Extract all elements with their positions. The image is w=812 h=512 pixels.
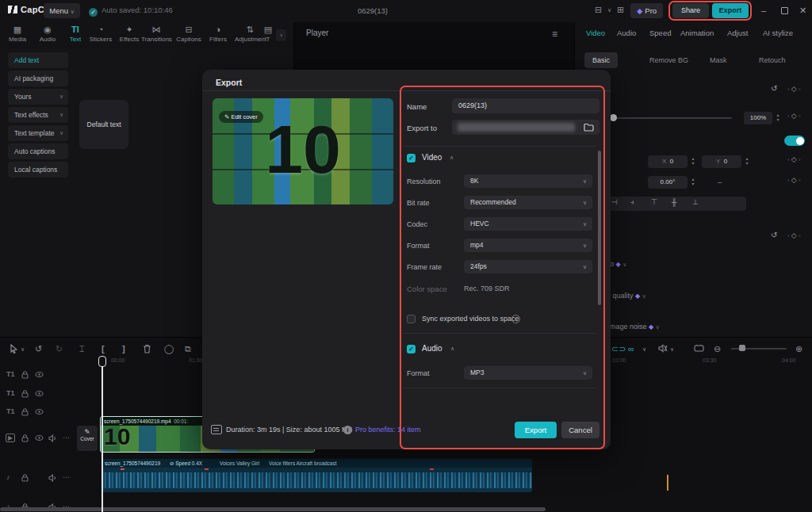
- pro-badge[interactable]: ◆Pro: [630, 3, 663, 18]
- position-y-box[interactable]: Y 0: [702, 155, 741, 168]
- pro-option-fragment[interactable]: image noise ◆ ∨: [608, 323, 660, 331]
- zoom-out-icon[interactable]: ⊖: [714, 344, 721, 354]
- magnet-icon[interactable]: ⊂⊃: [611, 344, 626, 354]
- tab-filters[interactable]: ◑Filters: [203, 25, 233, 43]
- delete-icon[interactable]: [143, 344, 151, 353]
- playhead-line[interactable]: [102, 357, 103, 512]
- dialog-scrollbar[interactable]: [598, 151, 601, 305]
- speaker-icon[interactable]: [48, 434, 57, 442]
- horizontal-scrollbar[interactable]: [0, 507, 546, 511]
- default-text-card[interactable]: Default text: [79, 100, 128, 149]
- reset-icon[interactable]: ↺: [771, 84, 777, 93]
- edit-cover-button[interactable]: ✎ Edit cover: [219, 111, 263, 123]
- layout-icon[interactable]: ⊟: [595, 5, 602, 15]
- name-input[interactable]: 0629(13): [452, 98, 599, 113]
- y-stepper[interactable]: ▴▾: [743, 156, 751, 166]
- export-button-top[interactable]: Export: [712, 3, 749, 18]
- mute-speaker-icon[interactable]: [658, 344, 668, 353]
- panel-layout-icon[interactable]: ⊞: [617, 5, 624, 15]
- sidebar-item-yours[interactable]: Yours∨: [8, 89, 68, 105]
- cover-button[interactable]: ✎ Cover: [77, 426, 98, 451]
- chevron-down-icon[interactable]: ∨: [607, 7, 611, 13]
- timeline-zoom-handle[interactable]: [739, 345, 745, 351]
- tab-ai-stylize[interactable]: AI stylize: [763, 29, 793, 37]
- tab-adjust[interactable]: Adjust: [727, 29, 748, 37]
- share-button[interactable]: Share: [672, 3, 709, 18]
- tab-adjustment[interactable]: ⇅Adjustment: [235, 25, 265, 43]
- eye-icon[interactable]: [35, 390, 44, 397]
- subtab-retouch[interactable]: Retouch: [751, 52, 794, 68]
- sidebar-item-add-text[interactable]: Add text: [8, 52, 68, 68]
- menu-button[interactable]: Menu ∨: [44, 3, 80, 18]
- tab-stickers[interactable]: ◔Stickers: [86, 25, 116, 43]
- sidebar-item-text-effects[interactable]: Text effects∨: [8, 107, 68, 123]
- feature-toggle[interactable]: [784, 136, 805, 146]
- eye-icon[interactable]: [35, 408, 44, 415]
- format-select[interactable]: mp4∨: [464, 239, 592, 252]
- crop-icon[interactable]: ⧉: [185, 344, 191, 354]
- tab-speed[interactable]: Speed: [649, 29, 671, 37]
- pro-option-fragment[interactable]: o ◆ ∨: [610, 260, 626, 268]
- scale-value-box[interactable]: 100%: [744, 112, 772, 124]
- trim-right-icon[interactable]: ]: [122, 344, 125, 353]
- subtab-basic[interactable]: Basic: [584, 52, 618, 68]
- pro-option-fragment[interactable]: e quality ◆ ∨: [607, 292, 646, 300]
- keyframe-diamond-icon[interactable]: ‹ ◇ ›: [787, 85, 801, 93]
- select-cursor-icon[interactable]: [10, 344, 18, 353]
- tab-audio[interactable]: ◉Audio: [33, 25, 63, 43]
- split-icon[interactable]: ⌶: [79, 344, 85, 354]
- lock-icon[interactable]: [21, 390, 29, 398]
- timeline-audio-clip[interactable]: screen_1750574490219 ⊘ Speed 0.4X Voices…: [102, 459, 532, 492]
- mask-icon[interactable]: ◯: [164, 344, 174, 354]
- tab-media[interactable]: ▦Media: [2, 25, 33, 43]
- tab-partial[interactable]: ▤T: [262, 25, 274, 43]
- tab-transitions[interactable]: ⋈Transitions: [141, 25, 171, 43]
- lock-icon[interactable]: [21, 474, 29, 482]
- align-center-v-icon[interactable]: ╫: [672, 198, 676, 206]
- scale-slider-handle[interactable]: [610, 114, 617, 121]
- codec-select[interactable]: HEVC∨: [464, 217, 592, 231]
- tab-animation[interactable]: Animation: [680, 29, 714, 37]
- pro-benefits-link[interactable]: Pro benefits: 14 item: [355, 426, 421, 434]
- sidebar-item-auto-captions[interactable]: Auto captions: [8, 143, 68, 159]
- chevron-up-icon[interactable]: ∧: [450, 155, 454, 161]
- rotation-stepper[interactable]: ▴▾: [689, 177, 697, 186]
- video-section-checkbox[interactable]: ✓: [407, 154, 416, 162]
- speaker-icon[interactable]: [48, 474, 57, 482]
- lock-icon[interactable]: [21, 434, 29, 442]
- tab-captions[interactable]: ⊟Captions: [174, 25, 204, 43]
- more-options-icon[interactable]: ⋯: [63, 473, 70, 481]
- export-confirm-button[interactable]: Export: [515, 422, 557, 438]
- minimize-button[interactable]: –: [761, 6, 766, 15]
- keyframe-diamond-icon[interactable]: ‹ ◇ ›: [787, 112, 801, 120]
- subtab-remove-bg[interactable]: Remove BG: [642, 52, 696, 68]
- framerate-select[interactable]: 24fps∨: [464, 260, 592, 273]
- resolution-select[interactable]: 8K∨: [464, 174, 592, 188]
- audio-section-checkbox[interactable]: ✓: [407, 345, 416, 353]
- playhead-handle[interactable]: [98, 356, 106, 367]
- folder-icon[interactable]: [584, 123, 594, 132]
- undo-icon[interactable]: ↺: [35, 344, 42, 354]
- redo-icon[interactable]: ↻: [56, 344, 63, 354]
- reset-icon[interactable]: ↺: [771, 231, 777, 239]
- audio-format-select[interactable]: MP3∨: [464, 366, 592, 380]
- mirror-preview-icon[interactable]: [694, 344, 704, 353]
- more-options-icon[interactable]: ⋯: [63, 434, 70, 441]
- align-bottom-icon[interactable]: ⊥: [692, 198, 699, 206]
- chevron-down-icon[interactable]: ∨: [21, 346, 25, 353]
- x-stepper[interactable]: ▴▾: [689, 156, 697, 166]
- sidebar-item-ai-packaging[interactable]: AI packaging: [8, 71, 68, 86]
- sidebar-item-local-captions[interactable]: Local captions: [8, 162, 68, 178]
- sync-checkbox[interactable]: [407, 315, 416, 323]
- align-left-icon[interactable]: ⊣: [611, 198, 618, 206]
- cancel-button[interactable]: Cancel: [561, 422, 599, 438]
- maximize-button[interactable]: [781, 7, 788, 14]
- info-filled-icon[interactable]: i: [343, 426, 352, 434]
- tab-audio-props[interactable]: Audio: [617, 29, 636, 37]
- eye-icon[interactable]: [35, 434, 44, 441]
- keyframe-diamond-icon[interactable]: ‹ ◇ ›: [787, 155, 801, 163]
- scale-slider-track[interactable]: [613, 117, 732, 119]
- chevron-down-icon[interactable]: ∨: [670, 346, 674, 353]
- scale-stepper[interactable]: ▴▾: [774, 113, 782, 122]
- keyframe-diamond-icon[interactable]: ‹ ◇ ›: [787, 176, 801, 184]
